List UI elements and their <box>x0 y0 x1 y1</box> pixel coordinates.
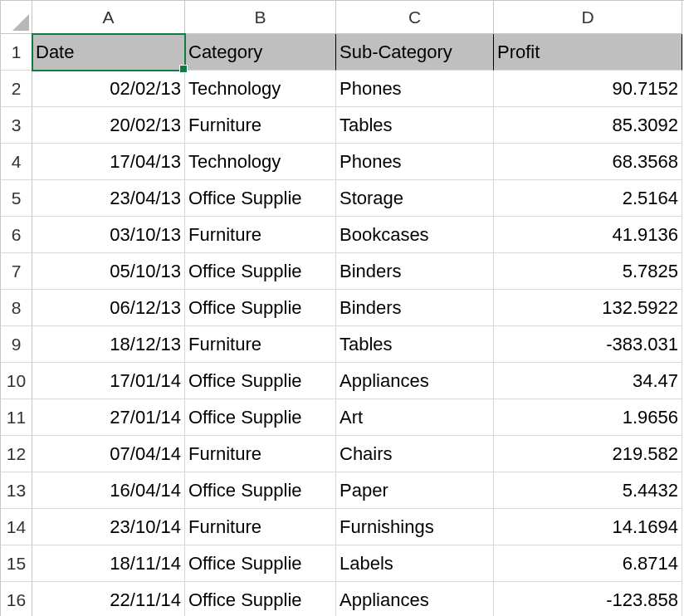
cell[interactable]: 68.3568 <box>494 144 682 180</box>
cell[interactable]: Furniture <box>185 436 336 472</box>
cell[interactable]: 20/02/13 <box>32 107 185 144</box>
cell[interactable]: 2.5164 <box>494 180 682 217</box>
row-header[interactable]: 15 <box>1 545 32 582</box>
cell[interactable]: Technology <box>185 71 336 107</box>
cell[interactable]: Office Supplie <box>185 180 336 217</box>
cell[interactable]: -383.031 <box>494 326 682 363</box>
row-header[interactable]: 8 <box>1 290 32 326</box>
cell[interactable]: Paper <box>336 472 494 509</box>
cell[interactable]: Labels <box>336 545 494 582</box>
cell[interactable]: 06/12/13 <box>32 290 185 326</box>
cell[interactable]: Binders <box>336 253 494 290</box>
cell[interactable]: 05/10/13 <box>32 253 185 290</box>
cell[interactable]: 22/11/14 <box>32 582 185 616</box>
cell[interactable]: 18/12/13 <box>32 326 185 363</box>
cell[interactable]: 41.9136 <box>494 217 682 253</box>
cell[interactable]: Furniture <box>185 107 336 144</box>
header-cell[interactable]: Category <box>185 34 336 71</box>
row-header[interactable]: 13 <box>1 472 32 509</box>
cell[interactable]: Office Supplie <box>185 545 336 582</box>
cell[interactable]: Appliances <box>336 582 494 616</box>
header-cell[interactable]: Date <box>32 34 185 71</box>
cell[interactable]: 5.4432 <box>494 472 682 509</box>
row-header[interactable]: 14 <box>1 509 32 545</box>
cell[interactable]: Chairs <box>336 436 494 472</box>
row-header[interactable]: 1 <box>1 34 32 71</box>
cell[interactable]: 219.582 <box>494 436 682 472</box>
cell[interactable]: Office Supplie <box>185 399 336 436</box>
cell[interactable]: 07/04/14 <box>32 436 185 472</box>
cell[interactable]: Technology <box>185 144 336 180</box>
cell[interactable]: Tables <box>336 326 494 363</box>
cell[interactable]: 16/04/14 <box>32 472 185 509</box>
cell[interactable]: Appliances <box>336 363 494 399</box>
row-header[interactable]: 10 <box>1 363 32 399</box>
cell[interactable]: 17/04/13 <box>32 144 185 180</box>
cell[interactable]: 90.7152 <box>494 71 682 107</box>
cell[interactable]: 85.3092 <box>494 107 682 144</box>
column-header-C[interactable]: C <box>336 1 494 34</box>
cell[interactable]: 6.8714 <box>494 545 682 582</box>
cell[interactable]: Office Supplie <box>185 290 336 326</box>
row-header[interactable]: 2 <box>1 71 32 107</box>
cell[interactable]: 14.1694 <box>494 509 682 545</box>
column-header-A[interactable]: A <box>32 1 185 34</box>
cell[interactable]: Binders <box>336 290 494 326</box>
cell[interactable]: 132.5922 <box>494 290 682 326</box>
cell[interactable]: 23/10/14 <box>32 509 185 545</box>
row-header[interactable]: 5 <box>1 180 32 217</box>
cell[interactable]: 02/02/13 <box>32 71 185 107</box>
spreadsheet-grid[interactable]: A B C D 1 Date Category Sub-Category Pro… <box>0 0 684 616</box>
cell[interactable]: Bookcases <box>336 217 494 253</box>
cell[interactable]: Office Supplie <box>185 253 336 290</box>
row-header[interactable]: 7 <box>1 253 32 290</box>
cell[interactable]: 34.47 <box>494 363 682 399</box>
cell[interactable]: Office Supplie <box>185 472 336 509</box>
cell[interactable]: 03/10/13 <box>32 217 185 253</box>
cell[interactable]: Phones <box>336 144 494 180</box>
row-header[interactable]: 12 <box>1 436 32 472</box>
cell[interactable]: 5.7825 <box>494 253 682 290</box>
row-header[interactable]: 16 <box>1 582 32 616</box>
cell[interactable]: Office Supplie <box>185 363 336 399</box>
header-cell[interactable]: Profit <box>494 34 682 71</box>
cell[interactable]: Furnishings <box>336 509 494 545</box>
cell[interactable]: 23/04/13 <box>32 180 185 217</box>
cell[interactable]: Storage <box>336 180 494 217</box>
cell[interactable]: 27/01/14 <box>32 399 185 436</box>
row-header[interactable]: 3 <box>1 107 32 144</box>
cell[interactable]: Art <box>336 399 494 436</box>
cell[interactable]: Furniture <box>185 326 336 363</box>
column-header-D[interactable]: D <box>494 1 682 34</box>
header-cell[interactable]: Sub-Category <box>336 34 494 71</box>
row-header[interactable]: 6 <box>1 217 32 253</box>
row-header[interactable]: 4 <box>1 144 32 180</box>
cell[interactable]: Furniture <box>185 509 336 545</box>
cell[interactable]: 1.9656 <box>494 399 682 436</box>
row-header[interactable]: 11 <box>1 399 32 436</box>
row-header[interactable]: 9 <box>1 326 32 363</box>
cell[interactable]: Tables <box>336 107 494 144</box>
cell[interactable]: Office Supplie <box>185 582 336 616</box>
select-all-corner[interactable] <box>1 1 32 34</box>
cell[interactable]: 18/11/14 <box>32 545 185 582</box>
cell[interactable]: Furniture <box>185 217 336 253</box>
cell[interactable]: -123.858 <box>494 582 682 616</box>
cell[interactable]: 17/01/14 <box>32 363 185 399</box>
column-header-B[interactable]: B <box>185 1 336 34</box>
cell[interactable]: Phones <box>336 71 494 107</box>
